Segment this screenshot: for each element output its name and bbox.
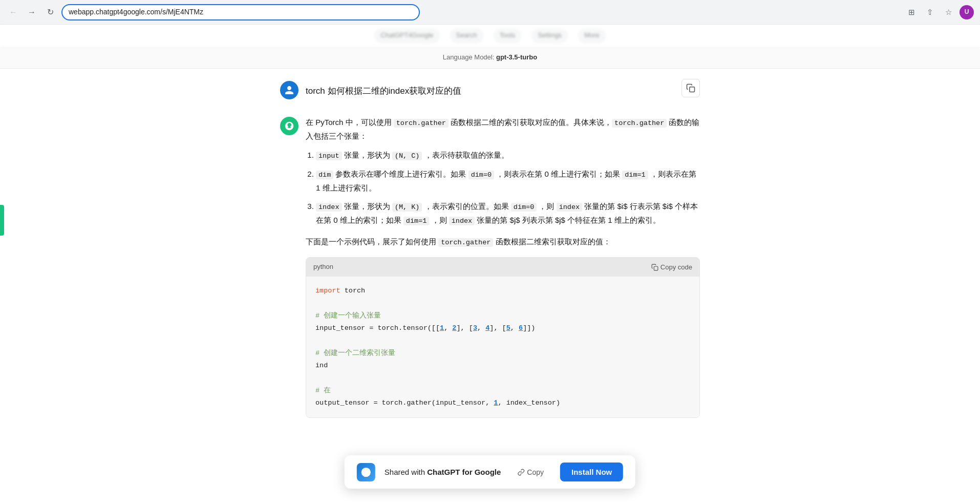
code-header: python Copy code <box>306 258 699 277</box>
copy-page-button[interactable] <box>681 79 700 97</box>
ext-item-4: Settings <box>531 29 568 43</box>
language-model-bar: Language Model: gpt-3.5-turbo <box>0 47 980 69</box>
code-line-ind: ind <box>315 360 690 372</box>
main-content: torch 如何根据二维的index获取对应的值 在 PyTorch 中，可以使… <box>270 69 710 504</box>
user-avatar <box>280 81 299 99</box>
ai-list-item-3: index 张量，形状为 (M, K) ，表示索引的位置。如果 dim=0 ，则… <box>316 200 700 227</box>
code-comment-1: # 创建一个输入张量 <box>315 310 690 322</box>
bookmark-icon[interactable]: ☆ <box>941 5 955 19</box>
code-lang-label: python <box>313 262 333 272</box>
svg-rect-1 <box>654 266 658 270</box>
ext-item-3: Tools <box>494 29 521 43</box>
code-line-output: output_tensor = torch.gather(input_tenso… <box>315 397 690 409</box>
ai-list: input 张量，形状为 (N, C) ，表示待获取值的张量。 dim 参数表示… <box>316 149 700 227</box>
ai-message: 在 PyTorch 中，可以使用 torch.gather 函数根据二维的索引获… <box>280 116 700 426</box>
copy-label: Copy <box>527 468 544 476</box>
ai-message-content: 在 PyTorch 中，可以使用 torch.gather 函数根据二维的索引获… <box>306 116 700 426</box>
url-text: webapp.chatgpt4google.com/s/MjE4NTMz <box>69 6 203 17</box>
left-sidebar-indicator <box>0 205 4 236</box>
ai-list-item-1: input 张量，形状为 (N, C) ，表示待获取值的张量。 <box>316 149 700 162</box>
address-bar[interactable]: webapp.chatgpt4google.com/s/MjE4NTMz <box>61 4 420 20</box>
share-icon[interactable]: ⇧ <box>923 5 937 19</box>
ai-intro-text: 在 PyTorch 中，可以使用 torch.gather 函数根据二维的索引获… <box>306 116 700 142</box>
copy-code-label: Copy code <box>661 263 692 271</box>
code-body: import torch # 创建一个输入张量 input_tensor = t… <box>306 277 699 417</box>
ext-item-1: ChatGPT4Google <box>374 29 439 43</box>
code-line-input: input_tensor = torch.tensor([[1, 2], [3,… <box>315 322 690 334</box>
screen-reader-icon[interactable]: ⊞ <box>904 5 919 19</box>
promo-text: Shared with ChatGPT for Google <box>385 466 501 478</box>
copy-link-button[interactable]: Copy <box>510 464 551 480</box>
avatar[interactable]: U <box>960 5 974 19</box>
back-button[interactable]: ← <box>6 5 20 19</box>
promo-logo <box>357 463 375 481</box>
svg-rect-0 <box>690 87 695 92</box>
ai-avatar <box>280 117 299 135</box>
ext-item-2: Search <box>450 29 483 43</box>
ext-item-5: More <box>578 29 606 43</box>
ai-example-intro: 下面是一个示例代码，展示了如何使用 torch.gather 函数根据二维索引获… <box>306 235 700 249</box>
extension-toolbar: ChatGPT4Google Search Tools Settings Mor… <box>0 25 980 47</box>
forward-button[interactable]: → <box>25 5 39 19</box>
code-line-import: import torch <box>315 285 690 297</box>
model-name: gpt-3.5-turbo <box>496 53 537 61</box>
code-comment-3: # 在 <box>315 385 690 397</box>
promo-prefix: Shared with <box>385 468 425 476</box>
promo-bar: Shared with ChatGPT for Google Copy Inst… <box>345 455 635 489</box>
reload-button[interactable]: ↻ <box>43 5 57 19</box>
install-label: Install Now <box>571 468 612 476</box>
user-message: torch 如何根据二维的index获取对应的值 <box>280 81 700 99</box>
code-block: python Copy code import torch <box>306 257 700 418</box>
ai-list-item-2: dim 参数表示在哪个维度上进行索引。如果 dim=0 ，则表示在第 0 维上进… <box>316 167 700 194</box>
browser-bar: ← → ↻ webapp.chatgpt4google.com/s/MjE4NT… <box>0 0 980 25</box>
browser-right-icons: ⊞ ⇧ ☆ U <box>904 5 974 19</box>
user-message-text: torch 如何根据二维的index获取对应的值 <box>306 81 461 98</box>
install-now-button[interactable]: Install Now <box>560 463 623 481</box>
lang-label: Language Model: <box>443 53 494 61</box>
copy-code-button[interactable]: Copy code <box>651 263 692 271</box>
code-comment-2: # 创建一个二维索引张量 <box>315 347 690 360</box>
promo-app-name: ChatGPT for Google <box>427 468 501 476</box>
